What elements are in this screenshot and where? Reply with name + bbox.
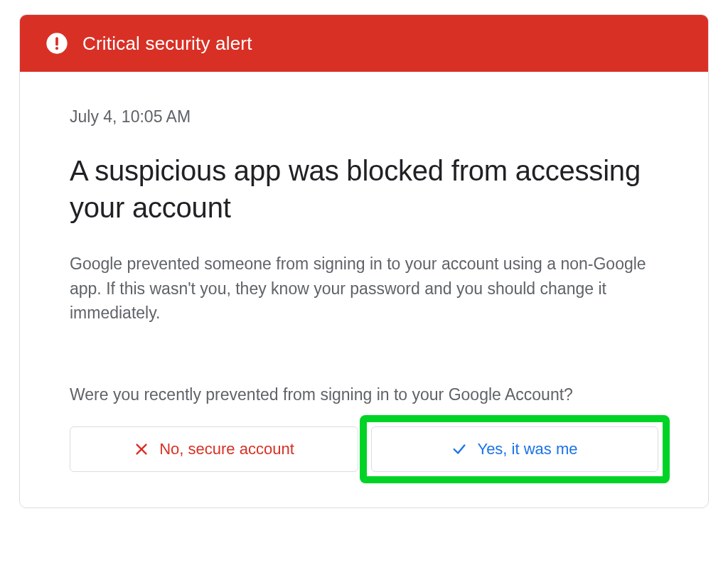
close-icon — [134, 441, 149, 457]
check-icon — [451, 441, 467, 457]
security-alert-card: Critical security alert July 4, 10:05 AM… — [19, 14, 709, 508]
body-text: Google prevented someone from signing in… — [70, 252, 658, 326]
svg-point-2 — [55, 47, 58, 50]
no-button-label: No, secure account — [159, 440, 294, 458]
button-row: No, secure account Yes, it was me — [70, 426, 658, 472]
yes-it-was-me-button[interactable]: Yes, it was me — [371, 426, 658, 472]
highlight-box: Yes, it was me — [360, 415, 670, 483]
no-secure-account-button[interactable]: No, secure account — [70, 426, 358, 472]
alert-title: Critical security alert — [82, 33, 252, 55]
card-body: July 4, 10:05 AM A suspicious app was bl… — [20, 72, 708, 508]
svg-rect-1 — [55, 37, 58, 45]
alert-icon — [46, 32, 68, 55]
yes-button-label: Yes, it was me — [477, 440, 577, 458]
headline: A suspicious app was blocked from access… — [70, 152, 658, 226]
question-text: Were you recently prevented from signing… — [70, 382, 658, 407]
timestamp: July 4, 10:05 AM — [70, 107, 658, 127]
alert-header: Critical security alert — [20, 15, 708, 72]
